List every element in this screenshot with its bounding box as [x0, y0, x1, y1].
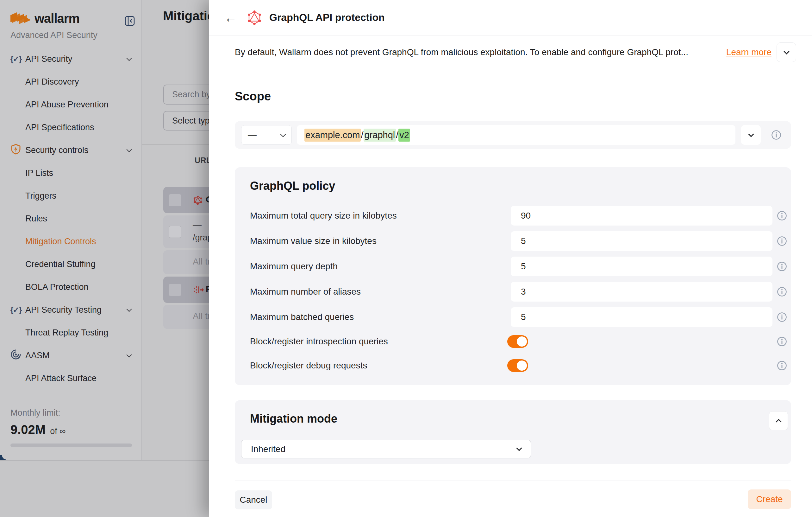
- chevron-down-icon: [126, 147, 132, 153]
- url-part: example.com: [304, 129, 361, 142]
- sidebar: wallarm Advanced API Security {✓}API Sec…: [0, 0, 142, 460]
- toggle-knob: [517, 360, 527, 371]
- sidebar-item-label: API Specifications: [25, 123, 94, 132]
- chevron-down-icon: [126, 56, 132, 61]
- scope-panel: — example.com/graphql/v2: [235, 121, 791, 149]
- sidebar-item-api-security[interactable]: {✓}API Security: [0, 48, 142, 70]
- mitigation-mode-value: Inherited: [251, 444, 285, 454]
- row-checkbox[interactable]: [169, 226, 181, 238]
- sidebar-item-api-abuse-prevention[interactable]: API Abuse Prevention: [0, 93, 142, 116]
- chevron-down-icon: [280, 131, 286, 137]
- policy-value: 3: [521, 287, 526, 297]
- shield-bolt-icon: [10, 145, 21, 156]
- chevron-down-icon: [126, 352, 132, 358]
- monthly-limit-label: Monthly limit:: [10, 408, 60, 418]
- sidebar-item-label: API Discovery: [25, 77, 79, 87]
- search-placeholder: Search by: [172, 90, 211, 100]
- policy-value-input[interactable]: 5: [511, 231, 773, 251]
- sidebar-item-label: IP Lists: [25, 168, 53, 178]
- info-icon[interactable]: [777, 312, 787, 322]
- sidebar-item-label: AASM: [25, 351, 50, 360]
- sidebar-collapse-icon[interactable]: [125, 16, 135, 26]
- sidebar-item-threat-replay-testing[interactable]: Threat Replay Testing: [0, 321, 142, 344]
- policy-value-input[interactable]: 5: [511, 256, 773, 276]
- sidebar-item-bola-protection[interactable]: BOLA Protection: [0, 276, 142, 298]
- brand-subtitle: Advanced API Security: [10, 30, 97, 40]
- scope-url-dropdown-button[interactable]: [741, 125, 761, 145]
- monthly-limit-value: 9.02M: [10, 423, 46, 437]
- back-arrow-icon[interactable]: ←: [224, 11, 237, 24]
- mitigation-mode-select[interactable]: Inherited: [241, 440, 531, 458]
- info-icon[interactable]: [777, 336, 787, 347]
- expand-description-button[interactable]: [777, 43, 796, 62]
- policy-value-input[interactable]: 5: [511, 307, 773, 327]
- sidebar-item-api-specifications[interactable]: API Specifications: [0, 116, 142, 139]
- scope-method-select[interactable]: —: [241, 125, 292, 145]
- info-icon[interactable]: [777, 236, 787, 246]
- type-filter-value: Select typ: [172, 116, 210, 126]
- info-icon[interactable]: [777, 211, 787, 221]
- mitigation-mode-panel: Mitigation mode Inherited: [235, 400, 791, 464]
- sidebar-nav: {✓}API SecurityAPI DiscoveryAPI Abuse Pr…: [0, 48, 142, 390]
- row-checkbox[interactable]: [169, 284, 181, 296]
- policy-value: 5: [521, 312, 526, 322]
- sidebar-item-label: Security controls: [25, 145, 89, 155]
- policy-toggle-on[interactable]: [507, 335, 528, 348]
- graphql-policy-heading: GraphQL policy: [250, 179, 335, 193]
- sidebar-item-label: API Attack Surface: [25, 374, 96, 383]
- sidebar-item-triggers[interactable]: Triggers: [0, 184, 142, 207]
- chevron-down-icon: [748, 131, 754, 137]
- create-button[interactable]: Create: [748, 489, 791, 509]
- scope-method-value: —: [248, 130, 281, 140]
- policy-row-label: Maximum batched queries: [250, 307, 354, 327]
- policy-value-input[interactable]: 3: [511, 282, 773, 302]
- learn-more-link[interactable]: Learn more: [726, 47, 772, 57]
- braces-check-icon: {✓}: [10, 304, 21, 315]
- info-icon[interactable]: [771, 130, 781, 140]
- sidebar-item-label: API Abuse Prevention: [25, 100, 109, 110]
- info-icon[interactable]: [777, 287, 787, 297]
- row-checkbox[interactable]: [169, 194, 181, 206]
- sidebar-item-api-attack-surface[interactable]: API Attack Surface: [0, 367, 142, 390]
- policy-value: 90: [521, 211, 531, 221]
- toggle-knob: [517, 336, 527, 347]
- sidebar-item-credential-stuffing[interactable]: Credential Stuffing: [0, 253, 142, 276]
- url-part: /: [396, 129, 398, 142]
- collapse-section-button[interactable]: [769, 411, 788, 430]
- sidebar-item-mitigation-controls[interactable]: Mitigation Controls: [0, 230, 142, 253]
- info-icon[interactable]: [777, 261, 787, 271]
- sidebar-item-label: API Security: [25, 54, 72, 64]
- cancel-button[interactable]: Cancel: [235, 490, 272, 509]
- graphql-policy-panel: GraphQL policy Maximum total query size …: [235, 167, 791, 385]
- policy-toggle-on[interactable]: [507, 359, 528, 372]
- graphql-icon: [193, 196, 202, 206]
- sidebar-item-aasm[interactable]: AASM: [0, 344, 142, 367]
- wallarm-logo-icon: [10, 12, 31, 25]
- drawer-title: GraphQL API protection: [269, 12, 384, 23]
- sidebar-item-label: Rules: [25, 214, 47, 224]
- drawer-header: ← GraphQL API protection: [209, 0, 812, 35]
- sidebar-item-ip-lists[interactable]: IP Lists: [0, 162, 142, 184]
- chevron-up-icon: [776, 419, 781, 425]
- scope-url-input[interactable]: example.com/graphql/v2: [297, 125, 735, 145]
- monthly-limit-suffix: of ∞: [50, 427, 65, 436]
- sidebar-item-rules[interactable]: Rules: [0, 207, 142, 230]
- policy-row-label: Maximum total query size in kilobytes: [250, 206, 397, 225]
- sidebar-item-api-discovery[interactable]: API Discovery: [0, 70, 142, 93]
- sidebar-item-api-security-testing[interactable]: {✓}API Security Testing: [0, 298, 142, 321]
- sidebar-item-label: Credential Stuffing: [25, 260, 95, 269]
- url-part: v2: [398, 129, 410, 142]
- policy-row-label: Maximum value size in kilobytes: [250, 231, 377, 251]
- policy-value-input[interactable]: 90: [511, 206, 773, 225]
- policy-row-label: Block/register introspection queries: [250, 332, 388, 351]
- braces-check-icon: {✓}: [10, 54, 21, 64]
- info-icon[interactable]: [777, 360, 787, 371]
- policy-value: 5: [521, 261, 526, 271]
- spiral-icon: [10, 350, 21, 361]
- scope-heading: Scope: [235, 90, 271, 103]
- sidebar-item-security-controls[interactable]: Security controls: [0, 139, 142, 162]
- graphql-icon: [247, 10, 262, 25]
- chevron-down-icon: [516, 445, 522, 451]
- row-text: All tr: [193, 256, 210, 267]
- row-text: All tr: [193, 311, 210, 321]
